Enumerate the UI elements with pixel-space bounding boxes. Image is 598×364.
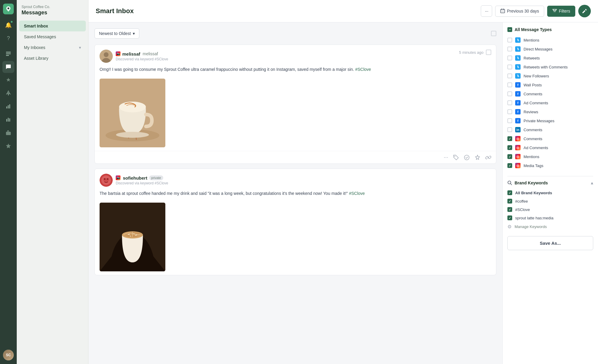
svg-rect-10	[6, 132, 11, 135]
filter-checkbox[interactable]	[507, 100, 512, 105]
saved-messages-label: Saved Messages	[24, 34, 56, 39]
sidebar-item-asset-library[interactable]: Asset Library	[19, 53, 86, 64]
sort-chevron-icon: ▾	[133, 31, 135, 36]
content-area: Newest to Oldest ▾	[89, 22, 598, 364]
nav-messages-icon[interactable]	[2, 61, 14, 73]
hashtag: #SClove	[355, 67, 371, 72]
user-avatar[interactable]: SC	[3, 350, 14, 360]
message-header: 📷 melissaf melissaf Discovered via keywo…	[95, 45, 496, 65]
app-logo[interactable]	[3, 4, 14, 14]
date-range-label: Previous 30 days	[507, 9, 539, 13]
filter-checkbox[interactable]	[507, 47, 512, 51]
linkedin-icon: in	[515, 127, 521, 132]
filter-checkbox[interactable]	[507, 145, 512, 150]
filter-item-private-messages[interactable]: f Private Messages	[507, 116, 593, 125]
nav-star-icon[interactable]	[2, 140, 14, 152]
filter-checkbox[interactable]	[507, 38, 512, 42]
filter-item-ig-mentions[interactable]: ◎ Mentions	[507, 152, 593, 161]
filter-item-ig-comments[interactable]: ◎ Comments	[507, 134, 593, 143]
twitter-icon: 𝕏	[515, 46, 521, 52]
svg-rect-6	[9, 104, 10, 108]
nav-inbox-icon[interactable]	[2, 48, 14, 60]
select-all-checkbox[interactable]	[491, 31, 496, 36]
nav-pin-icon[interactable]	[2, 74, 14, 86]
filter-item-reviews[interactable]: f Reviews	[507, 107, 593, 116]
filter-item-new-followers[interactable]: 𝕏 New Followers	[507, 71, 593, 80]
filter-checkbox[interactable]	[507, 56, 512, 60]
filter-item-retweets-comments[interactable]: 𝕏 Retweets with Comments	[507, 62, 593, 71]
filter-checkbox[interactable]	[507, 91, 512, 96]
brand-keywords-section: Brand Keywords ▴ All Brand Keywords #cof…	[507, 180, 593, 231]
filter-item-all-brand-keywords[interactable]: All Brand Keywords	[507, 189, 593, 197]
filter-checkbox[interactable]	[507, 154, 512, 159]
sort-bar: Newest to Oldest ▾	[94, 28, 496, 39]
nav-reports-icon[interactable]	[2, 114, 14, 126]
message-feed: Newest to Oldest ▾	[89, 22, 502, 364]
message-image	[100, 203, 165, 271]
filter-checkbox[interactable]	[507, 163, 512, 168]
more-action-icon[interactable]: ···	[444, 154, 448, 160]
message-checkbox[interactable]	[486, 50, 491, 55]
header-actions: ··· Previous 30 days	[481, 5, 591, 17]
filter-checkbox[interactable]	[507, 109, 512, 114]
nav-briefcase-icon[interactable]	[2, 127, 14, 139]
filters-button[interactable]: Filters	[547, 6, 575, 17]
date-range-button[interactable]: Previous 30 days	[495, 6, 544, 17]
filter-section-message-types: All Message Types 𝕏 Mentions 𝕏 Direct Me…	[507, 27, 593, 170]
filter-item-direct-messages[interactable]: 𝕏 Direct Messages	[507, 45, 593, 53]
filter-item-sclove-keyword[interactable]: #SClove	[507, 205, 593, 214]
filter-checkbox[interactable]	[507, 118, 512, 123]
save-as-button[interactable]: Save As...	[507, 236, 593, 250]
nav-publish-icon[interactable]	[2, 87, 14, 99]
sort-dropdown[interactable]: Newest to Oldest ▾	[94, 28, 139, 39]
filter-item-coffee-keyword[interactable]: #coffee	[507, 197, 593, 205]
svg-point-27	[104, 178, 106, 180]
nav-alerts-icon[interactable]: 🔔	[2, 19, 14, 31]
filter-checkbox[interactable]	[507, 190, 512, 195]
svg-rect-15	[502, 11, 503, 11]
sidebar-item-smart-inbox[interactable]: Smart Inbox	[19, 21, 86, 31]
calendar-icon	[500, 8, 505, 14]
nav-analytics-icon[interactable]	[2, 100, 14, 112]
filter-checkbox[interactable]	[507, 74, 512, 78]
page-title: Smart Inbox	[96, 7, 134, 15]
message-user: 📷 melissaf melissaf Discovered via keywo…	[100, 50, 168, 63]
filter-item-fb-ad-comments[interactable]: f Ad Comments	[507, 98, 593, 107]
filter-checkbox[interactable]	[507, 127, 512, 132]
svg-rect-5	[8, 105, 9, 108]
filter-checkbox[interactable]	[507, 199, 512, 204]
filter-item-sprout-latte-keyword[interactable]: sprout latte has:media	[507, 214, 593, 222]
user-info: 📷 sofiehubert private Discovered via key…	[116, 175, 168, 185]
filter-item-retweets[interactable]: 𝕏 Retweets	[507, 53, 593, 62]
filter-item-linkedin-comments[interactable]: in Comments	[507, 125, 593, 134]
nav-help-icon[interactable]: ?	[2, 32, 14, 44]
filter-item-ig-ad-comments[interactable]: ◎ Ad Comments	[507, 143, 593, 152]
filter-item-wall-posts[interactable]: f Wall Posts	[507, 80, 593, 89]
manage-keywords-item[interactable]: ⚙ Manage Keywords	[507, 222, 593, 231]
more-options-button[interactable]: ···	[481, 5, 492, 17]
sidebar-item-saved-messages[interactable]: Saved Messages	[19, 31, 86, 42]
filter-item-ig-media-tags[interactable]: ◎ Media Tags	[507, 161, 593, 170]
pin-icon[interactable]	[475, 155, 480, 160]
message-time: 5 minutes ago	[459, 50, 491, 55]
svg-rect-12	[501, 9, 502, 10]
filter-item-fb-comments[interactable]: f Comments	[507, 89, 593, 98]
discovered-via: Discovered via keyword #SClove	[116, 181, 168, 185]
filter-item-mentions-twitter[interactable]: 𝕏 Mentions	[507, 36, 593, 45]
sidebar-item-my-inboxes[interactable]: My Inboxes ▾	[19, 42, 86, 53]
filter-checkbox[interactable]	[507, 207, 512, 212]
compose-button[interactable]	[578, 5, 591, 17]
checkmark-icon[interactable]	[464, 155, 470, 160]
instagram-icon: ◎	[515, 154, 521, 159]
filter-checkbox[interactable]	[507, 82, 512, 87]
twitter-icon: 𝕏	[515, 37, 521, 43]
filter-checkbox[interactable]	[507, 136, 512, 141]
collapse-icon[interactable]: ▴	[591, 180, 593, 186]
link-icon[interactable]	[485, 155, 491, 160]
all-message-types-checkbox[interactable]	[507, 27, 512, 32]
filter-checkbox[interactable]	[507, 215, 512, 220]
instagram-icon: ◎	[515, 136, 521, 141]
twitter-icon: 𝕏	[515, 64, 521, 70]
filter-checkbox[interactable]	[507, 65, 512, 69]
tag-icon[interactable]	[453, 155, 459, 160]
